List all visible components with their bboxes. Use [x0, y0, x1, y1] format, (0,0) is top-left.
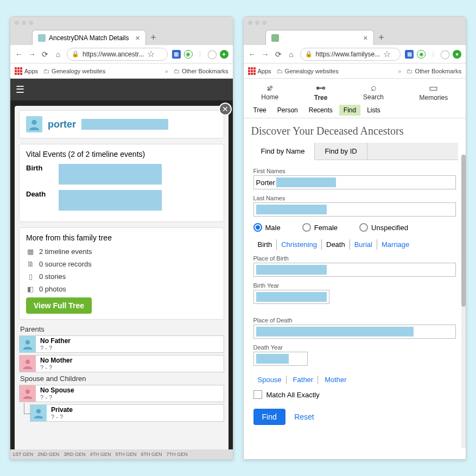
tab-find-by-name[interactable]: Find by Name [251, 143, 315, 160]
bookmarks-bar: Apps 🗀 Genealogy websites » 🗀 Other Book… [244, 64, 466, 79]
place-of-death-label: Place of Death [253, 317, 456, 323]
link-mother[interactable]: Mother [320, 376, 351, 384]
more-stories[interactable]: ▯0 stories [26, 272, 217, 281]
radio-icon [359, 223, 368, 232]
browser-left: AncestryDNA Match Details × + ← → ⟳ ⌂ 🔒 … [10, 16, 233, 460]
tab-find-by-id[interactable]: Find by ID [315, 143, 367, 160]
more-label: 0 photos [39, 285, 66, 293]
browser-tab[interactable]: × [265, 30, 374, 45]
apps-shortcut[interactable]: Apps [248, 67, 271, 75]
traffic-dot [255, 21, 259, 25]
subnav-lists[interactable]: Lists [363, 105, 385, 116]
profile-icon[interactable]: ◯ [441, 50, 449, 59]
bookmark-folder[interactable]: 🗀 Other Bookmarks [174, 68, 229, 74]
page-content-right: ⸙Home ⊷Tree ⌕Search ▭Memories Tree Perso… [244, 79, 466, 459]
radio-male[interactable]: Male [253, 223, 281, 232]
find-button[interactable]: Find [253, 409, 285, 425]
url-text: https://www.familyse... [316, 50, 380, 58]
reload-icon[interactable]: ⟳ [274, 50, 283, 59]
back-icon[interactable]: ← [15, 50, 23, 59]
nav-search[interactable]: ⌕Search [363, 82, 384, 101]
view-full-tree-button[interactable]: View Full Tree [26, 297, 92, 314]
death-year-input[interactable] [253, 352, 308, 366]
redacted-by [256, 292, 327, 302]
child-row[interactable]: Private? - ? [30, 404, 224, 422]
extension-icon[interactable]: ● [220, 50, 229, 59]
nav-tree[interactable]: ⊷Tree [314, 82, 328, 101]
more-photos[interactable]: ◧0 photos [26, 285, 217, 293]
sex-radio-group: Male Female Unspecified [253, 223, 456, 232]
scrollbar[interactable] [461, 155, 466, 448]
extension-icon[interactable]: ▦ [172, 50, 181, 59]
traffic-dot [248, 21, 252, 25]
parent-row[interactable]: No Father? - ? [19, 335, 224, 353]
radio-unspecified[interactable]: Unspecified [359, 223, 408, 232]
tab-close-icon[interactable]: × [135, 34, 139, 42]
relation-name: No Father [40, 337, 71, 345]
link-father[interactable]: Father [289, 376, 319, 384]
home-icon[interactable]: ⌂ [287, 50, 296, 59]
more-timeline[interactable]: ▦2 timeline events [26, 247, 217, 256]
bookmark-star-icon[interactable]: ☆ [383, 49, 391, 59]
apps-shortcut[interactable]: Apps [15, 67, 38, 75]
event-burial[interactable]: Burial [350, 239, 377, 250]
spouse-row[interactable]: No Spouse? - ? [19, 385, 224, 402]
place-of-birth-input[interactable] [253, 263, 456, 277]
extension-icon[interactable]: ◉ [417, 50, 426, 59]
forward-icon[interactable]: → [28, 50, 36, 59]
event-christening[interactable]: Christening [277, 239, 322, 250]
bookmarks-overflow-icon[interactable]: » [398, 68, 401, 74]
tab-close-icon[interactable]: × [363, 34, 367, 42]
first-names-input[interactable]: Porter [253, 175, 456, 189]
extension-icon[interactable]: ▦ [405, 50, 414, 59]
svg-point-1 [26, 340, 30, 345]
parent-row[interactable]: No Mother? - ? [19, 355, 224, 372]
nav-memories[interactable]: ▭Memories [420, 82, 448, 101]
bookmark-folder[interactable]: 🗀 Genealogy websites [277, 68, 339, 74]
scrollbar-thumb[interactable] [461, 155, 466, 307]
extension-icon[interactable]: ● [453, 50, 461, 59]
place-of-death-input[interactable] [253, 325, 456, 339]
nav-home[interactable]: ⸙Home [261, 82, 278, 101]
new-tab-button[interactable]: + [374, 30, 389, 45]
subnav-find[interactable]: Find [339, 105, 360, 116]
bookmark-folder[interactable]: 🗀 Genealogy websites [43, 68, 105, 74]
bookmark-label: Other Bookmarks [415, 68, 461, 74]
event-marriage[interactable]: Marriage [377, 239, 414, 250]
back-icon[interactable]: ← [248, 50, 257, 59]
more-sources[interactable]: 🗎0 source records [26, 260, 217, 268]
bookmarks-overflow-icon[interactable]: » [165, 68, 168, 74]
event-birth[interactable]: Birth [253, 239, 277, 250]
url-box[interactable]: 🔒 https://www.familyse... ☆ [300, 48, 401, 61]
last-names-input[interactable] [253, 202, 456, 217]
close-modal-button[interactable]: ✕ [219, 103, 232, 116]
link-spouse[interactable]: Spouse [253, 376, 287, 384]
match-all-row[interactable]: Match All Exactly [253, 390, 456, 399]
new-tab-button[interactable]: + [146, 30, 161, 45]
reset-button[interactable]: Reset [294, 412, 314, 421]
find-tabs: Find by Name Find by ID [251, 143, 459, 160]
subnav-person[interactable]: Person [273, 105, 302, 116]
relation-name: No Spouse [40, 386, 74, 394]
subnav-tree[interactable]: Tree [249, 105, 271, 116]
bookmark-star-icon[interactable]: ☆ [147, 49, 155, 59]
more-label: 2 timeline events [39, 247, 92, 256]
extension-icon[interactable]: | [429, 50, 437, 59]
radio-female[interactable]: Female [302, 223, 338, 232]
extension-icon[interactable]: ◉ [184, 50, 193, 59]
forward-icon[interactable]: → [261, 50, 270, 59]
profile-icon[interactable]: ◯ [208, 50, 217, 59]
radio-label: Unspecified [371, 224, 408, 232]
home-icon[interactable]: ⌂ [54, 50, 62, 59]
url-box[interactable]: 🔒 https://www.ancestr... ☆ [67, 48, 168, 61]
subnav-recents[interactable]: Recents [304, 105, 337, 116]
browser-tab[interactable]: AncestryDNA Match Details × [32, 30, 146, 45]
bookmark-folder[interactable]: 🗀 Other Bookmarks [407, 68, 461, 74]
reload-icon[interactable]: ⟳ [41, 50, 49, 59]
menu-icon[interactable]: ☰ [16, 84, 24, 96]
birth-year-input[interactable] [253, 290, 329, 304]
traffic-dot [15, 21, 19, 25]
event-death[interactable]: Death [322, 239, 350, 250]
extension-icon[interactable]: | [196, 50, 205, 59]
checkbox-icon[interactable] [253, 390, 262, 399]
